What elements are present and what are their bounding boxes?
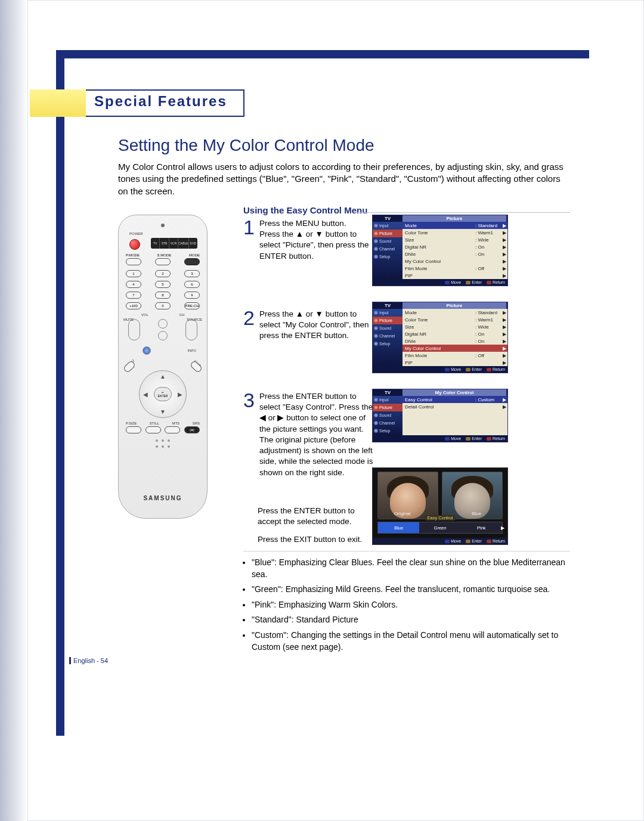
osd-nav-channel[interactable]: Channel — [373, 419, 402, 427]
osd-row[interactable]: Easy Control: Custom▶ — [402, 396, 507, 403]
device-selector-strip[interactable]: TV STB VCR CABLE DVD — [151, 238, 197, 249]
osd-nav-channel[interactable]: Channel — [373, 332, 402, 340]
still-button[interactable] — [145, 426, 161, 433]
volume-rocker[interactable] — [128, 319, 140, 340]
up-arrow-icon[interactable]: ▲ — [160, 373, 166, 380]
strip-stb[interactable]: STB — [160, 238, 169, 249]
osd-nav-sound[interactable]: Sound — [373, 324, 402, 332]
osd-row[interactable]: Film Mode: Off▶ — [402, 352, 507, 359]
prech-button[interactable]: PRE-CH — [184, 302, 200, 309]
ch-up-small[interactable] — [158, 319, 168, 329]
osd-row[interactable]: My Color Control▶ — [402, 258, 507, 265]
osd-nav-sound[interactable]: Sound — [373, 411, 402, 419]
still-label: STILL — [150, 422, 159, 425]
step-2: 2 Press the ▲ or ▼ button to select "My … — [243, 309, 379, 342]
mute-label: MUTE — [123, 318, 134, 321]
down-arrow-icon[interactable]: ▼ — [160, 408, 166, 415]
page-gutter — [0, 0, 27, 821]
osd-nav-input[interactable]: Input — [373, 222, 402, 230]
osd-nav-setup[interactable]: Setup — [373, 253, 402, 261]
mode-button[interactable] — [184, 258, 200, 265]
top-rule — [56, 50, 589, 58]
strip-vcr[interactable]: VCR — [169, 238, 178, 249]
strip-tv[interactable]: TV — [151, 238, 160, 249]
preview-opt-pink[interactable]: Pink▶ — [461, 522, 502, 533]
num-5[interactable]: 5 — [155, 281, 171, 288]
enter-button[interactable]: ↵ ENTER — [154, 387, 172, 401]
channel-rocker[interactable] — [185, 319, 197, 340]
osd-row[interactable]: PIP▶ — [402, 359, 507, 366]
strip-cable[interactable]: CABLE — [178, 238, 188, 249]
mode-label-row: P.MODE S.MODE MODE — [126, 253, 200, 257]
osd-row[interactable]: DNIe: On▶ — [402, 337, 507, 345]
num-7[interactable]: 7 — [126, 292, 141, 299]
num-8[interactable]: 8 — [155, 292, 171, 299]
srs-label: SRS — [193, 422, 200, 425]
vol-label: VOL — [141, 313, 148, 317]
osd-row[interactable]: Film Mode: Off▶ — [402, 265, 507, 272]
numpad-row-3: 7 8 9 — [126, 292, 200, 299]
osd-row[interactable]: Mode: Standard▶ — [402, 222, 507, 229]
osd-2-list: Mode: Standard▶Color Tone: Warm1▶Size: W… — [402, 309, 507, 366]
page-title: Setting the My Color Control Mode — [118, 136, 374, 155]
dot-row-2 — [156, 445, 170, 448]
osd-row[interactable]: Size: Wide▶ — [402, 236, 507, 243]
bullet-item: "Pink": Emphasizing Warm Skin Colors. — [252, 599, 570, 611]
osd-row[interactable]: My Color Control▶ — [402, 345, 507, 352]
osd-2-hints: Move Enter Return — [373, 366, 507, 373]
right-arrow-icon[interactable]: ▶ — [178, 391, 182, 398]
nav-dpad[interactable]: ▲ ▼ ◀ ▶ ↵ ENTER — [139, 370, 187, 418]
mts-button[interactable] — [165, 426, 180, 433]
bullets-rule — [243, 551, 570, 552]
step-1: 1 Press the MENU button. Press the ▲ or … — [243, 218, 379, 262]
osd-row[interactable]: Digital NR: On▶ — [402, 243, 507, 250]
osd-row[interactable]: DNIe: On▶ — [402, 250, 507, 258]
num-0[interactable]: 0 — [155, 302, 171, 309]
pmode-button[interactable] — [126, 258, 141, 265]
num-9[interactable]: 9 — [184, 292, 200, 299]
pmode-label: P.MODE — [126, 253, 140, 257]
osd-nav-picture[interactable]: Picture — [373, 317, 402, 324]
osd-nav-picture[interactable]: Picture — [373, 230, 402, 237]
osd-nav-channel[interactable]: Channel — [373, 245, 402, 253]
ch-down-small[interactable] — [158, 331, 168, 340]
srs-button[interactable]: (●) — [184, 426, 200, 433]
num-3[interactable]: 3 — [184, 270, 200, 277]
osd-row[interactable]: Color Tone: Warm1▶ — [402, 229, 507, 236]
remote-illustration: POWER TV STB VCR CABLE DVD P.MODE S.MODE… — [118, 215, 208, 519]
preview-left-label: Original — [394, 511, 411, 516]
hint-enter: Enter — [466, 280, 482, 284]
osd-nav-sound[interactable]: Sound — [373, 237, 402, 245]
osd-row[interactable]: Digital NR: On▶ — [402, 330, 507, 337]
smode-button[interactable] — [155, 258, 171, 265]
osd-row[interactable]: Size: Wide▶ — [402, 323, 507, 330]
osd-nav-setup[interactable]: Setup — [373, 427, 402, 435]
num-4[interactable]: 4 — [126, 281, 141, 288]
anynet-button[interactable] — [143, 346, 151, 355]
power-button[interactable] — [129, 239, 140, 250]
osd-nav-setup[interactable]: Setup — [373, 340, 402, 348]
osd-nav-picture[interactable]: Picture — [373, 404, 402, 411]
num-6[interactable]: 6 — [184, 281, 200, 288]
osd-row[interactable]: PIP▶ — [402, 272, 507, 279]
osd-picture-1: TVPicture Input Picture Sound Channel Se… — [372, 215, 508, 286]
osd-3-list: Easy Control: Custom▶Detail Control▶ — [402, 396, 507, 435]
preview-opt-green[interactable]: Green — [419, 522, 460, 533]
psize-button[interactable] — [126, 426, 141, 433]
num-2[interactable]: 2 — [155, 270, 171, 277]
osd-row[interactable]: Color Tone: Warm1▶ — [402, 316, 507, 323]
strip-dvd[interactable]: DVD — [189, 238, 197, 249]
osd-row[interactable]: Mode: Standard▶ — [402, 309, 507, 316]
osd-row[interactable]: Detail Control▶ — [402, 403, 507, 410]
hint-return: Return — [487, 436, 505, 441]
osd-left-nav: Input Picture Sound Channel Setup — [373, 222, 402, 279]
exit-button[interactable] — [190, 360, 203, 374]
bullet-item: "Custom": Changing the settings in the D… — [252, 630, 570, 653]
preview-opt-blue[interactable]: Blue — [378, 522, 419, 533]
num-1[interactable]: 1 — [126, 270, 141, 277]
left-arrow-icon[interactable]: ◀ — [143, 391, 148, 398]
osd-nav-input[interactable]: Input — [373, 309, 402, 317]
num-plus100[interactable]: +100 — [126, 302, 141, 309]
page-footer: English - 54 — [69, 657, 108, 664]
osd-nav-input[interactable]: Input — [373, 396, 402, 404]
